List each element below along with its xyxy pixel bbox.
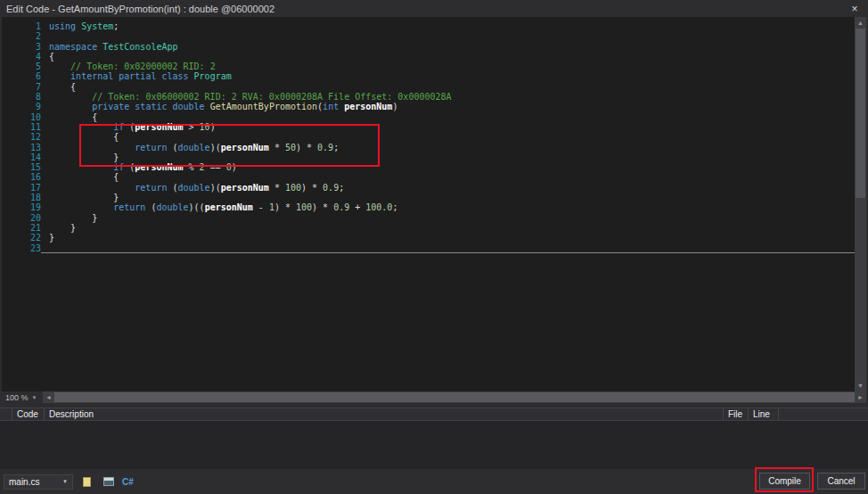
line-number: 20 bbox=[2, 213, 41, 223]
zoom-selector[interactable]: 100 % ▼ bbox=[2, 391, 43, 403]
code-line[interactable]: 19 return (double)((personNum - 1) * 100… bbox=[2, 202, 855, 212]
error-column-description[interactable]: Description bbox=[45, 408, 724, 420]
documents-table-button[interactable] bbox=[101, 474, 116, 490]
error-column-icon[interactable] bbox=[0, 408, 12, 420]
error-column-filler bbox=[779, 408, 868, 420]
code-line-text: private static double GetAmountByPromoti… bbox=[41, 102, 855, 111]
code-line-text: } bbox=[41, 233, 855, 243]
footer-bar: main.cs ▼ C# bbox=[0, 469, 868, 494]
code-lines[interactable]: 1using System;23namespace TestConsoleApp… bbox=[2, 17, 855, 391]
code-line[interactable]: 4{ bbox=[2, 52, 855, 62]
file-selector[interactable]: main.cs ▼ bbox=[4, 474, 73, 490]
scroll-up-icon[interactable]: ▲ bbox=[855, 17, 866, 29]
code-line[interactable]: 6 internal partial class Program bbox=[2, 71, 855, 81]
code-line[interactable]: 14 } bbox=[2, 152, 855, 162]
csharp-icon: C# bbox=[122, 477, 134, 487]
code-line[interactable]: 16 { bbox=[2, 172, 855, 182]
close-icon[interactable]: × bbox=[848, 3, 862, 15]
code-line[interactable]: 1using System; bbox=[2, 21, 855, 31]
error-column-line[interactable]: Line bbox=[749, 408, 779, 420]
file-selector-value: main.cs bbox=[9, 477, 39, 487]
line-number: 12 bbox=[2, 132, 41, 142]
code-line-text: // Token: 0x06000002 RID: 2 RVA: 0x00002… bbox=[41, 92, 855, 102]
line-number: 4 bbox=[2, 52, 41, 62]
line-number: 8 bbox=[2, 92, 41, 102]
code-line[interactable]: 7 { bbox=[2, 82, 855, 92]
code-line-text: if (personNum > 10) bbox=[41, 122, 855, 132]
cancel-button[interactable]: Cancel bbox=[817, 473, 865, 490]
zoom-value: 100 % bbox=[5, 393, 29, 402]
line-number: 6 bbox=[2, 71, 41, 81]
line-number: 14 bbox=[2, 152, 41, 162]
code-line-text: return (double)(personNum * 100) * 0.9; bbox=[41, 183, 855, 193]
line-number: 21 bbox=[2, 223, 41, 233]
error-column-file[interactable]: File bbox=[724, 408, 749, 420]
code-line-text: using System; bbox=[41, 21, 855, 31]
code-editor[interactable]: 1using System;23namespace TestConsoleApp… bbox=[2, 17, 866, 391]
grid-icon bbox=[103, 477, 114, 486]
code-line[interactable]: 9 private static double GetAmountByPromo… bbox=[2, 102, 855, 111]
line-number: 7 bbox=[2, 82, 41, 92]
line-number: 9 bbox=[2, 102, 41, 111]
code-line-text: } bbox=[41, 223, 855, 233]
code-line[interactable]: 8 // Token: 0x06000002 RID: 2 RVA: 0x000… bbox=[2, 92, 855, 102]
code-line-text: { bbox=[41, 132, 855, 142]
code-line[interactable]: 17 return (double)(personNum * 100) * 0.… bbox=[2, 183, 855, 193]
title-bar[interactable]: Edit Code - GetAmountByPromotion(int) : … bbox=[0, 0, 868, 17]
code-line-text: { bbox=[41, 112, 855, 122]
vertical-scrollbar[interactable]: ▲ ▼ bbox=[855, 17, 866, 391]
code-line[interactable]: 18 } bbox=[2, 193, 855, 202]
code-line-text: internal partial class Program bbox=[41, 71, 855, 81]
compile-button[interactable]: Compile bbox=[759, 473, 810, 490]
dialog-title: Edit Code - GetAmountByPromotion(int) : … bbox=[6, 4, 274, 14]
code-line[interactable]: 2 bbox=[2, 31, 855, 41]
document-icon bbox=[83, 477, 91, 487]
horizontal-scrollbar-row: 100 % ▼ ◄ ► bbox=[2, 391, 866, 403]
vertical-scroll-thumb[interactable] bbox=[856, 29, 865, 198]
code-line-text bbox=[41, 243, 855, 253]
line-number: 5 bbox=[2, 62, 41, 71]
line-number: 3 bbox=[2, 42, 41, 52]
code-line[interactable]: 10 { bbox=[2, 112, 855, 122]
horizontal-scroll-thumb[interactable] bbox=[54, 392, 855, 402]
code-line-text: { bbox=[41, 172, 855, 182]
code-line[interactable]: 12 { bbox=[2, 132, 855, 142]
scroll-down-icon[interactable]: ▼ bbox=[855, 380, 866, 391]
code-line[interactable]: 11 if (personNum > 10) bbox=[2, 122, 855, 132]
code-line[interactable]: 23 bbox=[2, 243, 855, 253]
scroll-left-icon[interactable]: ◄ bbox=[43, 391, 54, 403]
code-line-text: { bbox=[41, 82, 855, 92]
code-line[interactable]: 5 // Token: 0x02000002 RID: 2 bbox=[2, 62, 855, 71]
horizontal-scrollbar[interactable] bbox=[54, 391, 855, 403]
line-number: 17 bbox=[2, 183, 41, 193]
line-number: 11 bbox=[2, 122, 41, 132]
code-line[interactable]: 20 } bbox=[2, 213, 855, 223]
code-line-text: return (double)((personNum - 1) * 100) *… bbox=[41, 202, 855, 212]
chevron-down-icon: ▼ bbox=[32, 395, 37, 400]
line-number: 23 bbox=[2, 243, 41, 253]
edit-code-window: { "window": { "title": "Edit Code - GetA… bbox=[0, 0, 868, 494]
code-line-text: if (personNum % 2 == 0) bbox=[41, 162, 855, 172]
add-document-button[interactable] bbox=[79, 474, 94, 490]
line-number: 2 bbox=[2, 31, 41, 41]
code-line-text: namespace TestConsoleApp bbox=[41, 42, 855, 52]
line-number: 13 bbox=[2, 143, 41, 152]
line-number: 1 bbox=[2, 21, 41, 31]
code-line-text: } bbox=[41, 193, 855, 202]
line-number: 16 bbox=[2, 172, 41, 182]
code-line[interactable]: 13 return (double)(personNum * 50) * 0.9… bbox=[2, 143, 855, 152]
code-line[interactable]: 21 } bbox=[2, 223, 855, 233]
code-line-text bbox=[41, 31, 855, 41]
code-line[interactable]: 15 if (personNum % 2 == 0) bbox=[2, 162, 855, 172]
code-line-text: { bbox=[41, 52, 855, 62]
error-column-code[interactable]: Code bbox=[12, 408, 45, 420]
error-list-body[interactable] bbox=[0, 421, 868, 469]
code-line-text: return (double)(personNum * 50) * 0.9; bbox=[41, 143, 855, 152]
code-line[interactable]: 3namespace TestConsoleApp bbox=[2, 42, 855, 52]
line-number: 22 bbox=[2, 233, 41, 243]
line-number: 18 bbox=[2, 193, 41, 202]
code-line-text: // Token: 0x02000002 RID: 2 bbox=[41, 62, 855, 71]
code-line[interactable]: 22} bbox=[2, 233, 855, 243]
scroll-right-icon[interactable]: ► bbox=[855, 391, 866, 403]
line-number: 19 bbox=[2, 202, 41, 212]
